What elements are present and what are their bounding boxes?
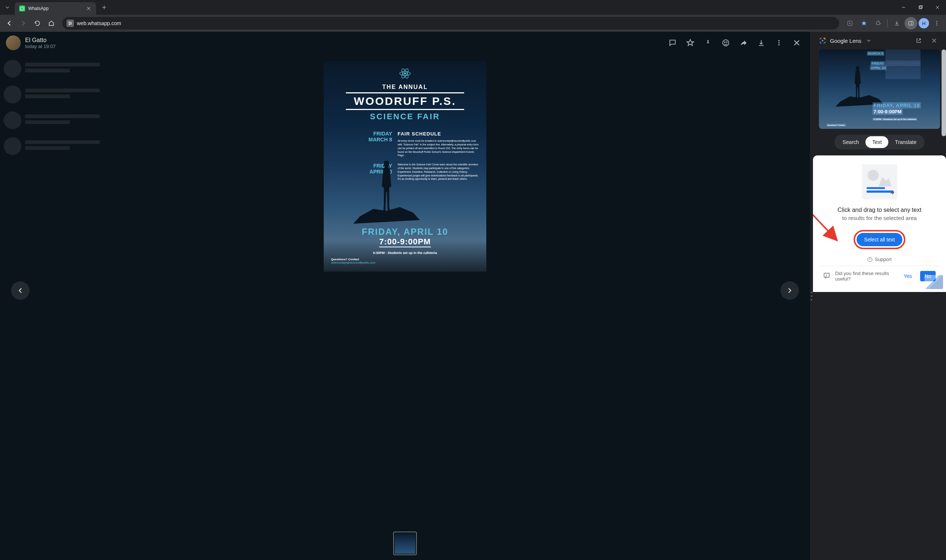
chevron-down-icon[interactable] [867, 38, 871, 43]
extensions-button[interactable] [872, 17, 884, 29]
forward-button[interactable] [17, 17, 29, 29]
download-button[interactable] [754, 35, 769, 50]
forward-button[interactable] [736, 35, 751, 50]
chevron-down-icon [5, 5, 9, 9]
svg-point-21 [822, 40, 824, 42]
emoji-button[interactable] [718, 35, 733, 50]
pin-button[interactable] [701, 35, 715, 50]
window-controls [895, 0, 946, 15]
tab-close-button[interactable] [86, 6, 92, 11]
svg-rect-0 [919, 6, 921, 9]
bookmark-button[interactable] [858, 17, 870, 29]
next-media-button[interactable] [781, 281, 799, 300]
maximize-icon [918, 5, 923, 9]
back-button[interactable] [3, 17, 15, 29]
tab-text[interactable]: Text [866, 136, 888, 148]
thumbnail[interactable] [393, 532, 417, 555]
minimize-button[interactable] [895, 0, 912, 15]
svg-point-10 [937, 25, 937, 26]
poster-person-silhouette [375, 161, 398, 212]
arrow-right-icon [20, 20, 26, 26]
help-icon [867, 257, 872, 262]
open-new-tab-button[interactable] [913, 35, 924, 46]
lens-highlight: FRIDAY [870, 61, 885, 66]
google-lens-panel: Google Lens MARCH 8 FRIDAY APRIL 10 FRID… [813, 32, 946, 560]
window-titlebar: WhatsApp [0, 0, 946, 15]
dots-vertical-icon [934, 20, 940, 26]
tab-title: WhatsApp [28, 6, 86, 11]
download-icon [894, 20, 900, 26]
close-icon [793, 39, 801, 47]
plus-icon [102, 5, 106, 9]
install-app-button[interactable] [844, 17, 856, 29]
svg-point-2 [69, 22, 70, 23]
downloads-button[interactable] [890, 17, 903, 29]
site-info-button[interactable] [66, 20, 74, 27]
support-link[interactable]: Support [819, 257, 940, 262]
more-button[interactable] [772, 35, 786, 50]
dots-vertical-icon [775, 39, 783, 47]
lens-message-primary: Click and drag to select any text [819, 207, 940, 213]
download-icon [757, 39, 765, 47]
minimize-icon [901, 5, 906, 9]
feedback-question: Did you find these results useful? [835, 271, 895, 282]
lens-highlight: Questions? Contact [826, 124, 846, 127]
poster-schedule-heading: FAIR SCHEDULE [398, 131, 479, 137]
pin-icon [704, 39, 712, 47]
poster-note: 6:30PM - Students set up in the cafeteri… [331, 251, 479, 255]
poster-title-text: WOODRUFF P.S. [346, 92, 464, 110]
tune-icon [68, 21, 73, 26]
reload-button[interactable] [31, 17, 43, 29]
forward-icon [739, 39, 748, 47]
star-button[interactable] [683, 35, 698, 50]
sidepanel-button[interactable] [904, 17, 917, 29]
reply-button[interactable] [665, 35, 680, 50]
tab-search[interactable]: Search [836, 136, 866, 148]
poster-annual-text: THE ANNUAL [324, 84, 486, 91]
address-bar[interactable]: web.whatsapp.com [62, 17, 839, 29]
poster-questions: Questions? Contact [331, 258, 479, 261]
whatsapp-favicon [19, 6, 25, 11]
svg-point-14 [778, 40, 780, 42]
profile-button[interactable]: H [919, 18, 929, 28]
window-close-button[interactable] [929, 0, 946, 15]
tab-translate[interactable]: Translate [888, 136, 923, 148]
home-button[interactable] [45, 17, 58, 29]
panel-resize-handle[interactable] [810, 32, 813, 560]
lens-highlight: FRIDAY, APRIL 10 [872, 102, 921, 109]
puzzle-icon [875, 20, 881, 26]
close-panel-button[interactable] [928, 35, 940, 46]
text-select-illustration [862, 164, 897, 199]
star-icon [686, 39, 694, 47]
feedback-yes-button[interactable]: Yes [900, 271, 916, 281]
lens-image-preview[interactable]: MARCH 8 FRIDAY APRIL 10 FRIDAY, APRIL 10… [819, 49, 940, 129]
open-in-new-icon [916, 38, 921, 43]
svg-rect-1 [920, 6, 922, 8]
url-text: web.whatsapp.com [77, 20, 121, 26]
google-lens-icon [819, 37, 826, 44]
close-button[interactable] [789, 35, 804, 50]
maximize-button[interactable] [912, 0, 929, 15]
reload-icon [34, 20, 41, 26]
previous-media-button[interactable] [11, 281, 29, 300]
close-icon [87, 7, 91, 10]
poster-image[interactable]: THE ANNUAL WOODRUFF P.S. SCIENCE FAIR FR… [324, 61, 486, 272]
media-header: El Gatto today at 19:07 [0, 32, 810, 54]
lens-highlight: 6:30PM - Students set up in the cafeteri… [872, 118, 917, 121]
sender-avatar[interactable] [6, 35, 21, 50]
install-icon [847, 20, 853, 26]
new-tab-button[interactable] [99, 2, 110, 12]
feedback-bar: Did you find these results useful? Yes N… [819, 266, 940, 286]
svg-point-16 [778, 44, 780, 46]
media-thumbnails [0, 527, 810, 560]
svg-point-9 [937, 23, 937, 24]
select-all-text-button[interactable]: Select all text [856, 233, 902, 246]
profile-initial: H [922, 21, 925, 26]
whatsapp-media-viewer: El Gatto today at 19:07 [0, 32, 810, 560]
lens-results-area: Click and drag to select any text to res… [813, 155, 946, 292]
browser-tab[interactable]: WhatsApp [15, 2, 96, 15]
scrollbar-thumb[interactable] [941, 49, 946, 136]
tabs-dropdown-button[interactable] [0, 0, 15, 15]
poster-subtitle-text: SCIENCE FAIR [324, 112, 486, 122]
menu-button[interactable] [931, 17, 943, 29]
